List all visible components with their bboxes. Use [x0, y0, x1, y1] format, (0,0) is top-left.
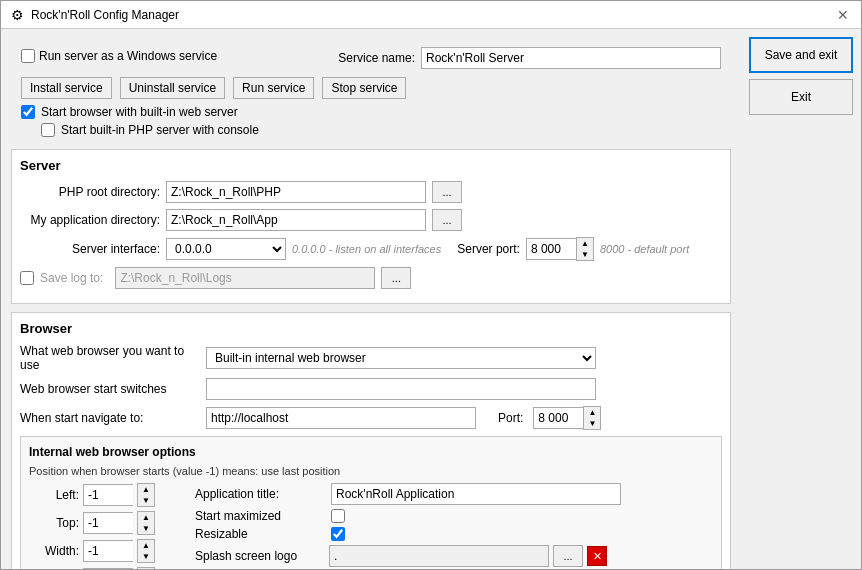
left-down-button[interactable]: ▼ [138, 495, 154, 506]
width-input[interactable] [83, 540, 133, 562]
window-title: Rock'n'Roll Config Manager [31, 8, 179, 22]
app-icon: ⚙ [9, 7, 25, 23]
browser-type-label: What web browser you want to use [20, 344, 200, 372]
top-input[interactable] [83, 512, 133, 534]
top-down-button[interactable]: ▼ [138, 523, 154, 534]
server-interface-row: Server interface: 0.0.0.0 127.0.0.1 loca… [20, 237, 722, 261]
php-console-row: Start built-in PHP server with console [41, 123, 721, 137]
browser-switches-label: Web browser start switches [20, 382, 200, 396]
php-console-checkbox[interactable] [41, 123, 55, 137]
run-as-service-checkbox[interactable] [21, 49, 35, 63]
top-row: Top: ▲ ▼ [29, 511, 155, 535]
server-interface-select[interactable]: 0.0.0.0 127.0.0.1 localhost [166, 238, 286, 260]
save-log-label: Save log to: [40, 271, 103, 285]
interface-hint: 0.0.0.0 - listen on all interfaces [292, 243, 441, 255]
uninstall-service-button[interactable]: Uninstall service [120, 77, 225, 99]
port-label: Port: [498, 411, 523, 425]
server-interface-label: Server interface: [20, 242, 160, 256]
browser-port-spinner-buttons: ▲ ▼ [583, 406, 601, 430]
start-max-label: Start maximized [195, 509, 325, 523]
width-spinner-buttons: ▲ ▼ [137, 539, 155, 563]
app-options-col: Application title: Start maximized Resiz… [195, 483, 621, 569]
close-button[interactable]: ✕ [833, 5, 853, 25]
port-spinner-buttons: ▲ ▼ [576, 237, 594, 261]
app-dir-row: My application directory: ... [20, 209, 722, 231]
browser-port-input[interactable] [533, 407, 583, 429]
browser-switches-row: Web browser start switches [20, 378, 722, 400]
save-log-browse-button[interactable]: ... [381, 267, 411, 289]
server-section: Server PHP root directory: ... My applic… [11, 149, 731, 304]
width-row: Width: ▲ ▼ [29, 539, 155, 563]
app-title-row: Application title: [195, 483, 621, 505]
browser-port-down-button[interactable]: ▼ [584, 418, 600, 429]
app-dir-label: My application directory: [20, 213, 160, 227]
stop-service-button[interactable]: Stop service [322, 77, 406, 99]
top-up-button[interactable]: ▲ [138, 512, 154, 523]
left-label: Left: [29, 488, 79, 502]
php-root-row: PHP root directory: ... [20, 181, 722, 203]
start-max-row: Start maximized [195, 509, 621, 523]
server-title: Server [20, 158, 722, 173]
start-browser-label: Start browser with built-in web server [41, 105, 238, 119]
internal-browser-title: Internal web browser options [29, 445, 713, 459]
splash-row: Splash screen logo ... ✕ [195, 545, 621, 567]
width-label: Width: [29, 544, 79, 558]
left-input[interactable] [83, 484, 133, 506]
resizable-row: Resizable [195, 527, 621, 541]
exit-button[interactable]: Exit [749, 79, 853, 115]
php-console-label: Start built-in PHP server with console [61, 123, 259, 137]
server-port-label: Server port: [457, 242, 520, 256]
resizable-checkbox[interactable] [331, 527, 345, 541]
left-up-button[interactable]: ▲ [138, 484, 154, 495]
port-down-button[interactable]: ▼ [577, 249, 593, 260]
app-dir-input[interactable] [166, 209, 426, 231]
service-buttons-row: Install service Uninstall service Run se… [21, 77, 721, 99]
port-hint: 8000 - default port [600, 243, 689, 255]
browser-port-up-button[interactable]: ▲ [584, 407, 600, 418]
service-checkbox-row: Run server as a Windows service [21, 49, 217, 63]
browser-switches-input[interactable] [206, 378, 596, 400]
app-dir-browse-button[interactable]: ... [432, 209, 462, 231]
app-title-input[interactable] [331, 483, 621, 505]
service-name-group: Service name: [338, 47, 721, 69]
content-area: Run server as a Windows service Service … [1, 29, 861, 569]
left-spinner-buttons: ▲ ▼ [137, 483, 155, 507]
height-input[interactable] [83, 568, 133, 569]
navigate-input[interactable] [206, 407, 476, 429]
height-up-button[interactable]: ▲ [138, 568, 154, 569]
splash-browse-button[interactable]: ... [553, 545, 583, 567]
side-panel: Save and exit Exit [741, 29, 861, 569]
save-exit-button[interactable]: Save and exit [749, 37, 853, 73]
position-hint: Position when browser starts (value -1) … [29, 465, 713, 477]
width-down-button[interactable]: ▼ [138, 551, 154, 562]
browser-type-select[interactable]: Built-in internal web browser System def… [206, 347, 596, 369]
splash-input[interactable] [329, 545, 549, 567]
left-row: Left: ▲ ▼ [29, 483, 155, 507]
start-max-checkbox[interactable] [331, 509, 345, 523]
php-root-label: PHP root directory: [20, 185, 160, 199]
height-row: Height: ▲ ▼ [29, 567, 155, 569]
position-row: Left: ▲ ▼ Top: [29, 483, 713, 569]
php-root-input[interactable] [166, 181, 426, 203]
main-panel: Run server as a Windows service Service … [1, 29, 741, 569]
splash-clear-button[interactable]: ✕ [587, 546, 607, 566]
splash-label: Splash screen logo [195, 549, 325, 563]
main-window: ⚙ Rock'n'Roll Config Manager ✕ Run serve… [0, 0, 862, 570]
server-port-input[interactable] [526, 238, 576, 260]
service-name-input[interactable] [421, 47, 721, 69]
php-root-browse-button[interactable]: ... [432, 181, 462, 203]
install-service-button[interactable]: Install service [21, 77, 112, 99]
run-service-button[interactable]: Run service [233, 77, 314, 99]
app-title-label: Application title: [195, 487, 325, 501]
service-name-label: Service name: [338, 51, 415, 65]
position-col: Left: ▲ ▼ Top: [29, 483, 155, 569]
port-up-button[interactable]: ▲ [577, 238, 593, 249]
run-as-service-label: Run server as a Windows service [39, 49, 217, 63]
save-log-input[interactable] [115, 267, 375, 289]
start-browser-checkbox[interactable] [21, 105, 35, 119]
server-port-spinner: ▲ ▼ [526, 237, 594, 261]
browser-section: Browser What web browser you want to use… [11, 312, 731, 569]
width-up-button[interactable]: ▲ [138, 540, 154, 551]
save-log-checkbox[interactable] [20, 271, 34, 285]
start-browser-row: Start browser with built-in web server [21, 105, 721, 119]
